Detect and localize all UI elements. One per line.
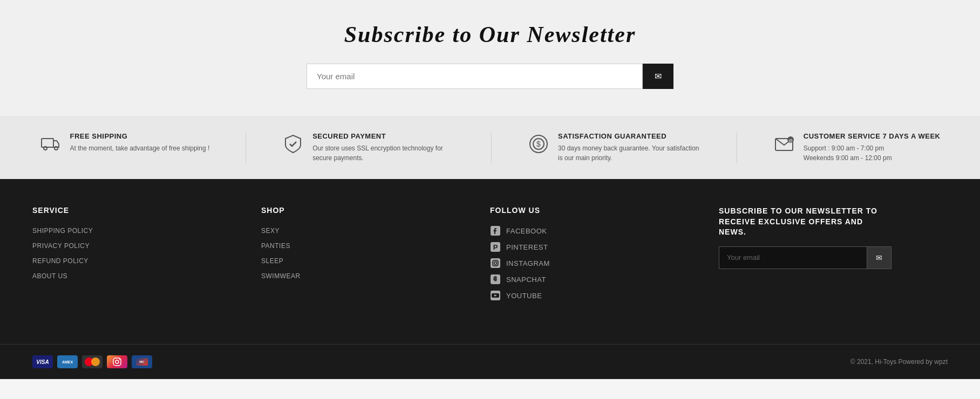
list-item: SWIMWEAR: [261, 271, 490, 280]
mastercard-card: [82, 355, 103, 368]
list-item: ABOUT US: [32, 271, 261, 280]
newsletter-footer-heading: Subscribe to our newsletter to receive e…: [719, 206, 881, 238]
list-item: REFUND POLICY: [32, 256, 261, 265]
pinterest-link[interactable]: Pinterest: [506, 243, 548, 251]
feature-title: SATISFACTION GUARANTEED: [558, 132, 700, 140]
amex-card: AMEX: [57, 355, 78, 368]
footer-columns: SERVICE SHIPPING POLICY PRIVACY POLICY R…: [32, 206, 948, 306]
newsletter-top-submit-button[interactable]: ✉: [643, 64, 673, 89]
sexy-link[interactable]: SEXY: [261, 227, 280, 235]
footer-bottom: VISA AMEX MC © 2021, Hi-Toys Powered by …: [0, 344, 980, 379]
newsletter-heading: Subscribe to Our Newsletter: [11, 22, 969, 47]
about-us-link[interactable]: ABOUT US: [32, 272, 67, 280]
email-support-icon: @: [773, 133, 795, 160]
privacy-policy-link[interactable]: PRIVACY POLICY: [32, 242, 90, 250]
instagram-icon: [490, 258, 501, 269]
footer-email-input[interactable]: [719, 246, 867, 269]
payment-icons: VISA AMEX MC: [32, 355, 152, 368]
envelope-icon: ✉: [655, 72, 662, 81]
footer-service-col: SERVICE SHIPPING POLICY PRIVACY POLICY R…: [32, 206, 261, 306]
list-item: PANTIES: [261, 240, 490, 250]
shipping-policy-link[interactable]: SHIPPING POLICY: [32, 227, 93, 235]
feature-desc: Our store uses SSL encryption technology…: [312, 143, 455, 163]
youtube-icon: [490, 290, 501, 301]
feature-desc: At the moment, take advantage of free sh…: [70, 143, 209, 153]
feature-desc: Support : 9:00 am - 7:00 pmWeekends 9:00…: [804, 143, 941, 163]
list-item: SLEEP: [261, 256, 490, 265]
social-links: Facebook P Pinterest: [490, 225, 719, 301]
instacard: [107, 355, 127, 368]
instagram-link[interactable]: Instagram: [506, 259, 550, 267]
footer-newsletter-col: Subscribe to our newsletter to receive e…: [719, 206, 948, 306]
newsletter-top-email-input[interactable]: [307, 64, 643, 89]
list-item: Instagram: [490, 258, 719, 269]
shield-icon: [282, 133, 304, 160]
shop-links: SEXY PANTIES SLEEP SWIMWEAR: [261, 225, 490, 280]
feature-title: FREE SHIPPING: [70, 132, 209, 140]
feature-customer-service: @ CUSTOMER SERVICE 7 DAYS A WEEK Support…: [773, 132, 941, 163]
svg-point-22: [119, 359, 120, 360]
service-heading: SERVICE: [32, 206, 261, 215]
svg-text:@: @: [788, 138, 793, 143]
facebook-icon: [490, 225, 501, 236]
shop-heading: SHOP: [261, 206, 490, 215]
list-item: PRIVACY POLICY: [32, 240, 261, 250]
money-back-icon: $: [528, 133, 549, 160]
features-bar: FREE SHIPPING At the moment, take advant…: [0, 116, 980, 179]
svg-text:$: $: [536, 140, 541, 148]
list-item: SHIPPING POLICY: [32, 225, 261, 235]
footer-dark: SERVICE SHIPPING POLICY PRIVACY POLICY R…: [0, 179, 980, 344]
list-item: SEXY: [261, 225, 490, 235]
social-heading: Follow us: [490, 206, 719, 215]
youtube-link[interactable]: YouTube: [506, 292, 542, 300]
copyright-text: © 2021, Hi-Toys Powered by wpzt: [850, 358, 948, 366]
facebook-link[interactable]: Facebook: [506, 227, 547, 235]
snapchat-icon: [490, 274, 501, 285]
svg-point-1: [44, 147, 47, 150]
list-item: P Pinterest: [490, 242, 719, 252]
other-card: MC: [132, 355, 152, 368]
service-links: SHIPPING POLICY PRIVACY POLICY REFUND PO…: [32, 225, 261, 280]
footer-shop-col: SHOP SEXY PANTIES SLEEP SWIMWEAR: [261, 206, 490, 306]
svg-point-21: [115, 360, 119, 363]
list-item: Snapchat: [490, 274, 719, 285]
snapchat-link[interactable]: Snapchat: [506, 276, 546, 284]
envelope-icon: ✉: [876, 253, 882, 262]
svg-rect-12: [491, 258, 500, 268]
svg-text:P: P: [493, 243, 498, 251]
footer-social-col: Follow us Facebook P: [490, 206, 719, 306]
feature-desc: 30 days money back guarantee. Your satis…: [558, 143, 700, 163]
refund-policy-link[interactable]: REFUND POLICY: [32, 257, 89, 265]
swimwear-link[interactable]: SWIMWEAR: [261, 272, 301, 280]
svg-point-15: [497, 260, 498, 262]
footer-newsletter-form: ✉: [719, 246, 891, 269]
svg-rect-0: [42, 139, 53, 147]
feature-title: CUSTOMER SERVICE 7 DAYS A WEEK: [804, 132, 941, 140]
panties-link[interactable]: PANTIES: [261, 242, 290, 250]
shipping-icon: [39, 133, 61, 160]
sleep-link[interactable]: SLEEP: [261, 257, 283, 265]
newsletter-top-form: ✉: [307, 64, 673, 89]
pinterest-icon: P: [490, 242, 501, 252]
feature-title: SECURED PAYMENT: [312, 132, 455, 140]
visa-card: VISA: [32, 355, 53, 368]
feature-free-shipping: FREE SHIPPING At the moment, take advant…: [39, 132, 209, 160]
list-item: YouTube: [490, 290, 719, 301]
feature-secured-payment: SECURED PAYMENT Our store uses SSL encry…: [282, 132, 455, 163]
svg-point-2: [55, 147, 58, 150]
list-item: Facebook: [490, 225, 719, 236]
newsletter-top-section: Subscribe to Our Newsletter ✉: [0, 0, 980, 116]
footer-newsletter-submit-button[interactable]: ✉: [867, 246, 891, 269]
feature-satisfaction: $ SATISFACTION GUARANTEED 30 days money …: [528, 132, 700, 163]
